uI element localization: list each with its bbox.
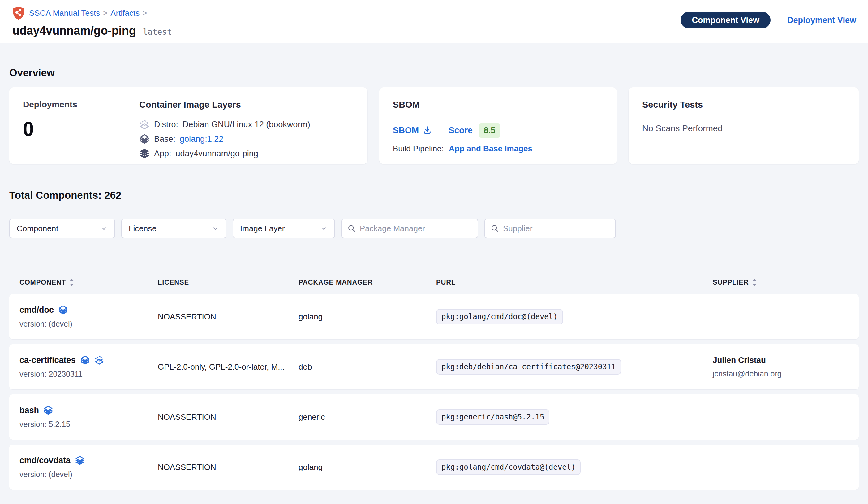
column-header-component[interactable]: COMPONENT	[20, 278, 158, 286]
build-pipeline-link[interactable]: App and Base Images	[449, 144, 533, 153]
deployment-view-button[interactable]: Deployment View	[787, 16, 856, 25]
component-version: version: (devel)	[20, 470, 158, 479]
page-header: SSCA Manual Tests > Artifacts > uday4vun…	[0, 0, 868, 43]
security-tests-title: Security Tests	[642, 100, 845, 110]
column-header-supplier[interactable]: SUPPLIER	[709, 278, 848, 286]
component-version: version: 5.2.15	[20, 420, 158, 429]
license-filter-label: License	[129, 224, 156, 233]
distro-label: Distro:	[154, 120, 178, 129]
purl-badge: pkg:deb/debian/ca-certificates@20230311	[436, 359, 621, 375]
column-header-package-manager-label: PACKAGE MANAGER	[299, 278, 373, 286]
package-manager-cell: deb	[299, 362, 436, 372]
license-filter-dropdown[interactable]: License	[121, 219, 226, 238]
chevron-down-icon	[320, 225, 328, 232]
sbom-score-label: Score	[448, 125, 473, 135]
table-row[interactable]: ca-certificates version: 20230311 GPL-2.…	[9, 344, 859, 390]
layers-app-icon	[139, 148, 150, 159]
deployments-layers-card: Deployments 0 Container Image Layers Dis…	[9, 87, 368, 164]
purl-badge: pkg:golang/cmd/covdata@(devel)	[436, 460, 581, 475]
total-components-heading: Total Components: 262	[9, 190, 859, 201]
sbom-download-button[interactable]: SBOM	[393, 125, 432, 135]
supplier-email: jcristau@debian.org	[713, 369, 848, 378]
base-layer-icon	[94, 355, 104, 365]
sbom-score-badge: 8.5	[479, 123, 500, 138]
breadcrumb-artifacts-link[interactable]: Artifacts	[111, 8, 140, 18]
app-layer-icon	[58, 305, 68, 315]
component-name: cmd/doc	[20, 305, 54, 315]
breadcrumb-separator: >	[143, 9, 147, 17]
app-layer-icon	[75, 455, 85, 465]
purl-badge: pkg:generic/bash@5.2.15	[436, 409, 549, 425]
purl-badge: pkg:golang/cmd/doc@(devel)	[436, 309, 563, 324]
sbom-card: SBOM SBOM Score 8.5 Build Pipeline: App …	[379, 87, 617, 164]
filter-bar: Component License Image Layer	[9, 219, 859, 238]
app-layer-icon	[80, 355, 90, 365]
package-manager-search-input[interactable]	[360, 224, 472, 233]
view-toggle: Component View Deployment View	[681, 12, 856, 29]
components-table-header: COMPONENT LICENSE PACKAGE MANAGER PURL S…	[9, 271, 859, 294]
component-view-button[interactable]: Component View	[681, 12, 771, 29]
build-pipeline-label: Build Pipeline:	[393, 144, 444, 153]
column-header-license-label: LICENSE	[158, 278, 189, 286]
sbom-download-label: SBOM	[393, 125, 419, 135]
component-name: ca-certificates	[20, 355, 76, 365]
table-row[interactable]: cmd/covdata version: (devel) NOASSERTION…	[9, 445, 859, 490]
security-tests-card: Security Tests No Scans Performed	[629, 87, 859, 164]
search-icon	[348, 224, 356, 233]
package-manager-cell: generic	[299, 412, 436, 422]
supplier-search-input[interactable]	[503, 224, 610, 233]
table-row[interactable]: cmd/doc version: (devel) NOASSERTION gol…	[9, 294, 859, 339]
column-header-package-manager: PACKAGE MANAGER	[299, 278, 436, 286]
license-cell: GPL-2.0-only, GPL-2.0-or-later, M...	[158, 362, 299, 372]
license-cell: NOASSERTION	[158, 312, 299, 322]
license-cell: NOASSERTION	[158, 463, 299, 472]
ssca-module-icon	[12, 6, 25, 20]
column-header-supplier-label: SUPPLIER	[713, 278, 748, 286]
sort-icon	[69, 278, 74, 286]
distro-layer-row: Distro: Debian GNU/Linux 12 (bookworm)	[139, 119, 354, 130]
chevron-down-icon	[100, 225, 108, 232]
package-manager-cell: golang	[299, 312, 436, 322]
base-label: Base:	[154, 134, 175, 144]
image-layer-filter-label: Image Layer	[240, 224, 285, 233]
component-name: cmd/covdata	[20, 456, 71, 465]
app-label: App:	[154, 149, 172, 159]
table-row[interactable]: bash version: 5.2.15 NOASSERTION generic…	[9, 394, 859, 440]
sort-icon	[752, 278, 757, 286]
security-tests-status: No Scans Performed	[642, 123, 845, 133]
layers-base-icon	[139, 134, 150, 144]
column-header-purl: PURL	[436, 278, 709, 286]
overview-cards: Deployments 0 Container Image Layers Dis…	[9, 87, 859, 164]
overview-heading: Overview	[9, 67, 859, 79]
image-layer-filter-dropdown[interactable]: Image Layer	[232, 219, 335, 238]
package-manager-cell: golang	[299, 463, 436, 472]
license-cell: NOASSERTION	[158, 412, 299, 422]
deployments-label: Deployments	[23, 100, 139, 110]
app-value: uday4vunnam/go-ping	[176, 149, 258, 159]
base-layer-row: Base: golang:1.22	[139, 134, 354, 144]
layers-distro-icon	[139, 119, 150, 130]
component-filter-dropdown[interactable]: Component	[9, 219, 115, 238]
app-layer-row: App: uday4vunnam/go-ping	[139, 148, 354, 159]
supplier-search	[484, 219, 616, 238]
artifact-tag-label: latest	[143, 27, 172, 37]
deployments-count: 0	[23, 118, 139, 141]
component-name: bash	[20, 405, 39, 415]
breadcrumb-project-link[interactable]: SSCA Manual Tests	[29, 8, 100, 18]
search-icon	[490, 224, 499, 233]
component-version: version: 20230311	[20, 370, 158, 379]
column-header-component-label: COMPONENT	[20, 278, 66, 286]
sbom-card-title: SBOM	[393, 100, 603, 110]
container-image-layers-title: Container Image Layers	[139, 100, 354, 110]
column-header-license: LICENSE	[158, 278, 299, 286]
download-icon	[423, 126, 432, 135]
component-filter-label: Component	[17, 224, 58, 233]
chevron-down-icon	[211, 225, 219, 232]
package-manager-search	[341, 219, 478, 238]
distro-value: Debian GNU/Linux 12 (bookworm)	[183, 120, 310, 129]
base-image-link[interactable]: golang:1.22	[180, 134, 223, 144]
component-version: version: (devel)	[20, 320, 158, 329]
supplier-name: Julien Cristau	[713, 355, 848, 365]
breadcrumb-separator: >	[103, 9, 107, 17]
page-title: uday4vunnam/go-ping	[12, 24, 136, 38]
